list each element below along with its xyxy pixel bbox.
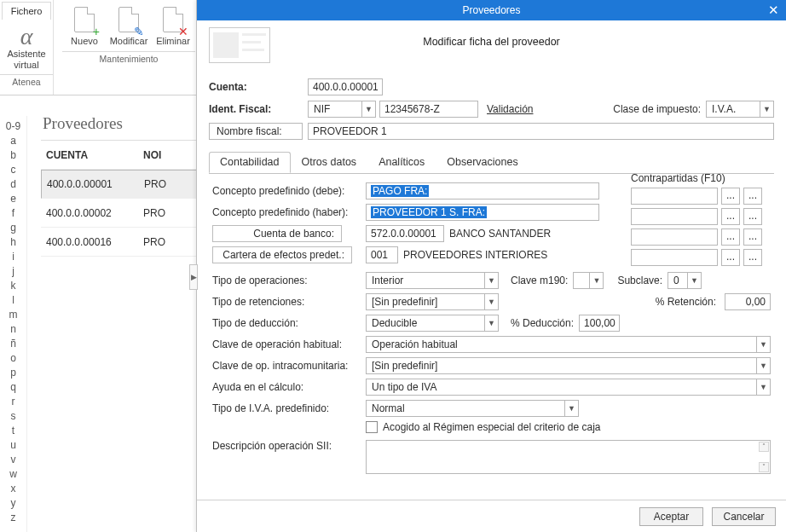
alpha-j[interactable]: j: [0, 264, 26, 279]
tab-observaciones[interactable]: Observaciones: [436, 152, 529, 173]
cuenta-input[interactable]: 400.0.0.00001: [308, 78, 383, 95]
chevron-down-icon: ▼: [756, 337, 770, 352]
alpha-b[interactable]: b: [0, 148, 26, 163]
thumbnail-icon[interactable]: [209, 27, 270, 63]
chevron-down-icon: ▼: [564, 401, 578, 416]
contrap-lookup2-button[interactable]: ...: [743, 208, 762, 225]
alpha-r[interactable]: r: [0, 395, 26, 409]
haber-value: PROVEEDOR 1 S. FRA:: [371, 206, 487, 218]
alpha-s[interactable]: s: [0, 409, 26, 424]
contrap-lookup2-button[interactable]: ...: [743, 188, 762, 205]
alpha-t[interactable]: t: [0, 424, 26, 438]
contrap-row-2: ......: [631, 208, 762, 225]
contrap-lookup-button[interactable]: ...: [721, 188, 740, 205]
close-icon[interactable]: ✕: [768, 0, 779, 20]
assistant-icon[interactable]: α: [0, 25, 53, 49]
cartera-code-input[interactable]: 001: [366, 246, 398, 263]
contrap-lookup-button[interactable]: ...: [721, 208, 740, 225]
contrap-row-4: ......: [631, 249, 762, 266]
ident-input[interactable]: 12345678-Z: [379, 101, 478, 118]
contrap-lookup-button[interactable]: ...: [721, 228, 740, 246]
clavem-select[interactable]: ▼: [573, 272, 604, 289]
cuenta-label: Cuenta:: [209, 81, 308, 93]
tab-analiticos[interactable]: Analíticos: [367, 152, 436, 173]
retp-input[interactable]: 0,00: [725, 293, 771, 310]
contrap-input[interactable]: [631, 249, 718, 266]
ops-select[interactable]: Interior▼: [366, 272, 499, 289]
alpha-a[interactable]: a: [0, 134, 26, 148]
alpha-q[interactable]: q: [0, 380, 26, 395]
alpha-w[interactable]: w: [0, 467, 26, 482]
ribbon-tab-group: Fichero α Asistente virtual Atenea: [0, 0, 53, 95]
ayuda-label: Ayuda en el cálculo:: [212, 381, 366, 393]
col-cuenta[interactable]: CUENTA: [41, 149, 143, 161]
nuevo-button[interactable]: + Nuevo: [62, 7, 107, 46]
alpha-u[interactable]: u: [0, 438, 26, 453]
contrap-lookup2-button[interactable]: ...: [743, 228, 762, 246]
alpha-l[interactable]: l: [0, 293, 26, 308]
nombre-input[interactable]: PROVEEDOR 1: [308, 123, 774, 140]
alpha-h[interactable]: h: [0, 235, 26, 250]
clase-select[interactable]: I.V.A.▼: [706, 101, 774, 118]
ret-select[interactable]: [Sin predefinir]▼: [366, 293, 499, 310]
alpha-c[interactable]: c: [0, 163, 26, 177]
cell-cuenta: 400.0.0.00002: [41, 207, 143, 219]
ribbon-tab-fichero[interactable]: Fichero: [2, 2, 51, 20]
eliminar-button[interactable]: ✕ Eliminar: [151, 7, 195, 46]
debe-input[interactable]: PAGO FRA:: [366, 182, 599, 200]
iva-select[interactable]: Normal▼: [366, 400, 579, 417]
dedp-input[interactable]: 100,00: [579, 315, 620, 332]
alpha-v[interactable]: v: [0, 453, 26, 467]
alpha-ñ[interactable]: ñ: [0, 337, 26, 351]
ident-type-select[interactable]: NIF▼: [308, 101, 376, 118]
document-new-icon: +: [74, 7, 95, 32]
alpha-g[interactable]: g: [0, 221, 26, 235]
cancelar-button[interactable]: Cancelar: [712, 507, 776, 526]
alpha-n[interactable]: n: [0, 322, 26, 337]
alpha-z[interactable]: z: [0, 511, 26, 525]
col-nombre[interactable]: NOI: [143, 149, 177, 161]
alpha-o[interactable]: o: [0, 351, 26, 366]
contrap-input[interactable]: [631, 228, 718, 246]
ayuda-select[interactable]: Un tipo de IVA▼: [366, 379, 771, 396]
alpha-d[interactable]: d: [0, 177, 26, 192]
alpha-k[interactable]: k: [0, 279, 26, 293]
contrap-input[interactable]: [631, 188, 718, 205]
desc-textarea[interactable]: ˄ ˅: [366, 440, 771, 474]
scroll-up-icon[interactable]: ˄: [759, 442, 769, 452]
aceptar-button[interactable]: Aceptar: [639, 507, 703, 526]
banco-label-button[interactable]: Cuenta de banco:: [212, 225, 342, 242]
modificar-button[interactable]: ✎ Modificar: [107, 7, 151, 46]
debe-value: PAGO FRA:: [371, 185, 429, 197]
banco-code-input[interactable]: 572.0.0.00001: [366, 225, 444, 242]
tab-otros-datos[interactable]: Otros datos: [291, 152, 368, 173]
scroll-down-icon[interactable]: ˅: [759, 462, 769, 472]
ded-select[interactable]: Deducible▼: [366, 315, 499, 332]
alpha-x[interactable]: x: [0, 482, 26, 496]
clavh-select[interactable]: Operación habitual▼: [366, 336, 771, 353]
validacion-link[interactable]: Validación: [487, 103, 533, 115]
contrap-lookup2-button[interactable]: ...: [743, 249, 762, 266]
contrap-input[interactable]: [631, 208, 718, 225]
clavic-select[interactable]: [Sin predefinir]▼: [366, 357, 771, 374]
alpha-i[interactable]: i: [0, 250, 26, 264]
alphabet-nav[interactable]: 0-9abcdefghijklmnñopqrstuvwxyz: [0, 116, 27, 532]
clase-label: Clase de impuesto:: [613, 103, 701, 115]
ribbon-group-mantenimiento: + Nuevo ✎ Modificar ✕ Eliminar Mantenimi…: [53, 0, 204, 95]
alpha-f[interactable]: f: [0, 206, 26, 221]
modificar-label: Modificar: [107, 36, 151, 46]
tab-contabilidad[interactable]: Contabilidad: [209, 152, 291, 173]
alpha-p[interactable]: p: [0, 366, 26, 380]
expand-handle[interactable]: ▶: [189, 264, 198, 290]
haber-input[interactable]: PROVEEDOR 1 S. FRA:: [366, 204, 599, 221]
cartera-label-button[interactable]: Cartera de efectos predet.:: [212, 246, 352, 263]
alpha-0-9[interactable]: 0-9: [0, 119, 26, 134]
nombre-label-button[interactable]: Nombre fiscal:: [209, 123, 303, 140]
alpha-y[interactable]: y: [0, 496, 26, 511]
subclave-select[interactable]: 0▼: [668, 272, 702, 289]
criterio-caja-checkbox[interactable]: [366, 421, 378, 433]
contrap-lookup-button[interactable]: ...: [721, 249, 740, 266]
alpha-e[interactable]: e: [0, 192, 26, 206]
alpha-m[interactable]: m: [0, 308, 26, 322]
chevron-down-icon: ▼: [484, 315, 498, 331]
